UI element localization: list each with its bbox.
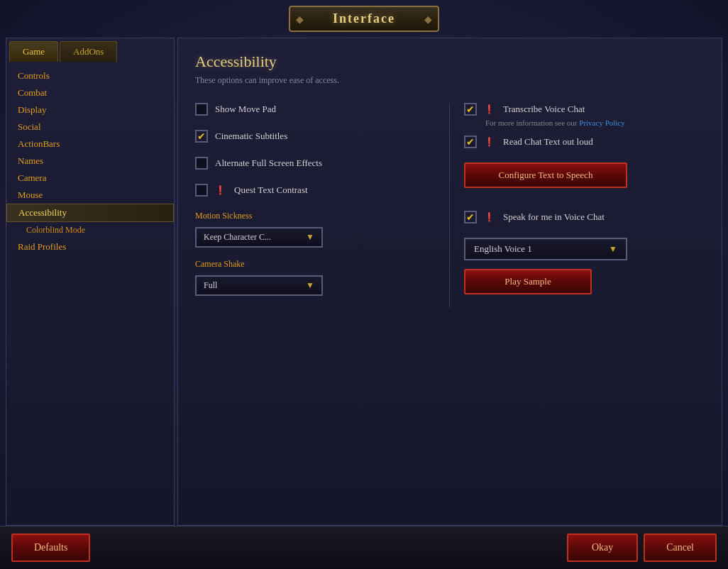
checkbox-alt-effects[interactable]: [195, 157, 208, 170]
okay-button[interactable]: Okay: [567, 534, 638, 562]
sidebar-item-social[interactable]: Social: [6, 118, 174, 136]
motion-section: Motion Sickness Keep Character C... ▼: [195, 211, 435, 248]
camera-dropdown[interactable]: Full ▼: [195, 275, 323, 296]
sidebar-item-raid[interactable]: Raid Profiles: [6, 238, 174, 255]
motion-dropdown-arrow: ▼: [306, 232, 314, 243]
label-transcribe: Transcribe Voice Chat: [503, 104, 585, 115]
motion-label: Motion Sickness: [195, 211, 435, 221]
left-panel: Game AddOns Controls Combat Display Soci…: [6, 38, 175, 526]
warning-icon-quest: ❗: [215, 185, 226, 196]
sidebar-item-mouse[interactable]: Mouse: [6, 187, 174, 204]
checkmark-transcribe: ✔: [466, 104, 475, 116]
checkbox-cinematic[interactable]: ✔: [195, 130, 208, 143]
checkbox-transcribe[interactable]: ✔: [464, 103, 477, 116]
nav-list: Controls Combat Display Social ActionBar…: [6, 62, 174, 525]
voice-dropdown[interactable]: English Voice 1 ▼: [464, 238, 627, 260]
title-bar-inner: Interface: [289, 6, 439, 32]
option-row-move-pad: Show Move Pad: [195, 103, 435, 116]
sidebar-item-controls[interactable]: Controls: [6, 67, 174, 84]
warning-icon-speak: ❗: [484, 212, 495, 223]
tab-addons[interactable]: AddOns: [60, 41, 117, 62]
checkmark-cinematic: ✔: [197, 131, 206, 143]
main-content: Game AddOns Controls Combat Display Soci…: [0, 38, 728, 526]
sidebar-item-camera[interactable]: Camera: [6, 170, 174, 187]
option-row-transcribe: ✔ ❗ Transcribe Voice Chat: [464, 103, 705, 116]
camera-dropdown-arrow: ▼: [306, 280, 314, 291]
left-options: Show Move Pad ✔ Cinematic Subtitles Alte…: [195, 103, 450, 307]
window-title: Interface: [333, 11, 395, 26]
options-grid: Show Move Pad ✔ Cinematic Subtitles Alte…: [195, 103, 705, 307]
right-options: ✔ ❗ Transcribe Voice Chat For more infor…: [450, 103, 705, 307]
option-row-read-chat: ✔ ❗ Read Chat Text out loud: [464, 136, 705, 148]
app-screen: Interface Game AddOns Controls Combat Di…: [0, 0, 728, 569]
sidebar-item-accessibility[interactable]: Accessibility: [6, 204, 174, 222]
voice-dropdown-value: English Voice 1: [474, 243, 532, 255]
configure-tts-button[interactable]: Configure Text to Speech: [464, 162, 627, 188]
sidebar-item-colorblind[interactable]: Colorblind Mode: [6, 222, 174, 238]
privacy-link[interactable]: Privacy Policy: [579, 118, 624, 127]
camera-section: Camera Shake Full ▼: [195, 259, 435, 296]
option-row-alt-effects: Alternate Full Screen Effects: [195, 157, 435, 170]
sidebar-item-combat[interactable]: Combat: [6, 84, 174, 101]
option-row-speak-voice: ✔ ❗ Speak for me in Voice Chat: [464, 211, 705, 223]
panel-subtitle: These options can improve ease of access…: [195, 75, 705, 86]
label-speak-voice: Speak for me in Voice Chat: [503, 211, 605, 223]
camera-label: Camera Shake: [195, 259, 435, 270]
ok-cancel-group: Okay Cancel: [567, 534, 717, 562]
tab-bar: Game AddOns: [6, 38, 174, 62]
play-sample-button[interactable]: Play Sample: [464, 269, 592, 294]
camera-dropdown-value: Full: [204, 280, 217, 291]
checkbox-speak-voice[interactable]: ✔: [464, 211, 477, 223]
voice-dropdown-arrow: ▼: [609, 244, 617, 255]
warning-icon-transcribe: ❗: [484, 104, 495, 115]
privacy-prefix: For more information see our: [485, 118, 578, 127]
checkbox-read-chat[interactable]: ✔: [464, 136, 477, 148]
motion-dropdown-value: Keep Character C...: [204, 232, 271, 243]
label-quest-contrast: Quest Text Contrast: [234, 184, 308, 196]
tab-game[interactable]: Game: [9, 41, 58, 62]
warning-icon-read-chat: ❗: [484, 137, 495, 148]
defaults-button[interactable]: Defaults: [11, 534, 90, 562]
option-row-quest-contrast: ❗ Quest Text Contrast: [195, 184, 435, 197]
sidebar-item-names[interactable]: Names: [6, 153, 174, 170]
label-alt-effects: Alternate Full Screen Effects: [215, 158, 322, 169]
label-cinematic: Cinematic Subtitles: [215, 131, 287, 142]
sidebar-item-display[interactable]: Display: [6, 101, 174, 118]
sidebar-item-actionbars[interactable]: ActionBars: [6, 136, 174, 153]
checkbox-move-pad[interactable]: [195, 103, 208, 116]
cancel-button[interactable]: Cancel: [644, 534, 717, 562]
motion-dropdown[interactable]: Keep Character C... ▼: [195, 227, 323, 248]
label-move-pad: Show Move Pad: [215, 104, 276, 115]
label-read-chat: Read Chat Text out loud: [503, 136, 593, 148]
title-bar: Interface: [0, 0, 728, 38]
checkbox-quest-contrast[interactable]: [195, 184, 208, 197]
option-row-cinematic: ✔ Cinematic Subtitles: [195, 130, 435, 143]
checkmark-read-chat: ✔: [466, 136, 475, 148]
right-panel: Accessibility These options can improve …: [177, 38, 722, 526]
checkmark-speak-voice: ✔: [466, 211, 475, 223]
bottom-bar: Defaults Okay Cancel: [0, 526, 728, 569]
privacy-text-row: For more information see our Privacy Pol…: [485, 118, 705, 127]
panel-title: Accessibility: [195, 53, 705, 71]
